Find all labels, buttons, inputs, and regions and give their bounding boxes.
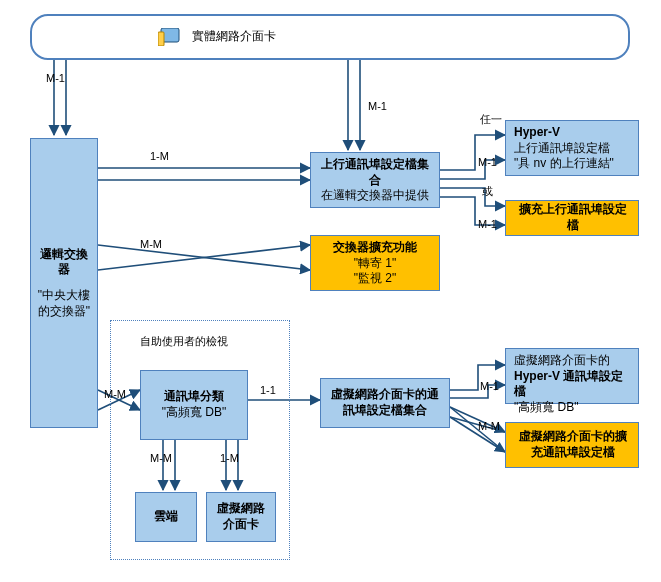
edge-label: M-M	[478, 420, 500, 432]
edge-label: M-1	[478, 218, 497, 230]
edge-label: M-1	[480, 380, 499, 392]
vnic-ext-title: 虛擬網路介面卡的擴充通訊埠設定檔	[514, 429, 632, 460]
switchext-line3: "監視 2"	[317, 271, 433, 287]
cloud-title: 雲端	[154, 509, 178, 525]
node-ext-uplink: 擴充上行通訊埠設定檔	[505, 200, 639, 236]
vnic-hyperv-line3: "高頻寬 DB"	[514, 400, 632, 416]
switchext-line2: "轉寄 1"	[317, 256, 433, 272]
node-physical-nic: 實體網路介面卡	[30, 14, 630, 60]
diagram-canvas: 實體網路介面卡 邏輯交換器 "中央大樓的交換器" 上行通訊埠設定檔集合 在邏輯交…	[0, 0, 661, 582]
uplink-sub: 在邏輯交換器中提供	[317, 188, 433, 204]
port-class-sub: "高頻寬 DB"	[147, 405, 241, 421]
arrows-layer	[0, 0, 661, 582]
hyperv-title: Hyper-V	[514, 125, 632, 141]
edge-label: M-1	[478, 156, 497, 168]
node-switch-extension: 交換器擴充功能 "轉寄 1" "監視 2"	[310, 235, 440, 291]
hyperv-line2: 上行通訊埠設定檔	[514, 141, 632, 157]
logical-switch-title: 邏輯交換器	[37, 247, 91, 278]
edge-label: M-M	[104, 388, 126, 400]
node-cloud: 雲端	[135, 492, 197, 542]
edge-label: M-1	[368, 100, 387, 112]
svg-rect-1	[158, 32, 164, 46]
node-logical-switch: 邏輯交換器 "中央大樓的交換器"	[30, 138, 98, 428]
vnic-hyperv-line1: 虛擬網路介面卡的	[514, 353, 632, 369]
ext-uplink-title: 擴充上行通訊埠設定檔	[514, 202, 632, 233]
node-hyperv-uplink: Hyper-V 上行通訊埠設定檔 "具 nv 的上行連結"	[505, 120, 639, 176]
logical-switch-sub: "中央大樓的交換器"	[37, 288, 91, 319]
uplink-title: 上行通訊埠設定檔集合	[317, 157, 433, 188]
nic-card-icon	[158, 28, 182, 46]
edge-label: 1-M	[150, 150, 169, 162]
edge-label: 1-M	[220, 452, 239, 464]
edge-label: M-M	[140, 238, 162, 250]
physical-nic-label: 實體網路介面卡	[192, 29, 276, 45]
edge-label: 或	[482, 184, 493, 199]
hyperv-line3: "具 nv 的上行連結"	[514, 156, 632, 172]
node-vnic: 虛擬網路介面卡	[206, 492, 276, 542]
node-vnic-hyperv: 虛擬網路介面卡的 Hyper-V 通訊埠設定檔 "高頻寬 DB"	[505, 348, 639, 404]
node-vnic-port-profile-set: 虛擬網路介面卡的通訊埠設定檔集合	[320, 378, 450, 428]
port-class-title: 通訊埠分類	[147, 389, 241, 405]
node-port-class: 通訊埠分類 "高頻寬 DB"	[140, 370, 248, 440]
group-self-service-title: 自助使用者的檢視	[140, 334, 228, 349]
edge-label: 1-1	[260, 384, 276, 396]
vnic-title: 虛擬網路介面卡	[213, 501, 269, 532]
vnic-hyperv-line2: Hyper-V 通訊埠設定檔	[514, 369, 623, 399]
edge-label: M-1	[46, 72, 65, 84]
edge-label: 任一	[480, 112, 502, 127]
node-vnic-ext: 虛擬網路介面卡的擴充通訊埠設定檔	[505, 422, 639, 468]
vnic-pps-title: 虛擬網路介面卡的通訊埠設定檔集合	[327, 387, 443, 418]
edge-label: M-M	[150, 452, 172, 464]
switchext-title: 交換器擴充功能	[317, 240, 433, 256]
node-uplink-profile-set: 上行通訊埠設定檔集合 在邏輯交換器中提供	[310, 152, 440, 208]
